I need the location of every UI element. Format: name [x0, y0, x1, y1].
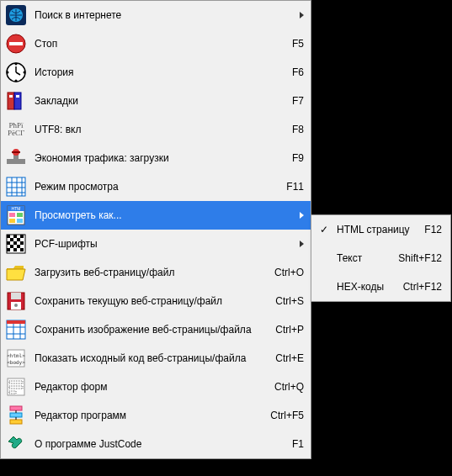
menu-item-shortcut: F1 — [292, 438, 304, 450]
menu-item-view-mode[interactable]: Режим просмотра F11 — [1, 172, 311, 201]
svg-rect-40 — [13, 241, 17, 245]
svg-point-8 — [7, 71, 9, 74]
submenu-item-label: HTML страницу — [337, 224, 414, 235]
svg-point-6 — [24, 71, 26, 74]
svg-rect-15 — [7, 159, 25, 164]
html-source-icon: <html> <body> — [4, 346, 28, 370]
valve-icon — [4, 146, 28, 170]
menu-item-history[interactable]: История F6 — [1, 58, 311, 87]
menu-item-view-source[interactable]: <html> <body> Показать исходный код веб-… — [1, 344, 311, 373]
menu-item-label: PCF-шрифты — [35, 238, 293, 250]
svg-rect-31 — [9, 219, 15, 223]
html-page-icon: HTM — [4, 204, 28, 227]
menu-item-save-page[interactable]: Сохранить текущую веб-страницу/файл Ctrl… — [1, 287, 311, 315]
checker-icon — [4, 232, 28, 256]
chevron-right-icon — [300, 12, 304, 19]
menu-item-traffic-saving[interactable]: Экономия трафика: загрузки F9 — [1, 144, 311, 172]
menu-item-shortcut: Ctrl+E — [275, 352, 304, 364]
menu-item-label: Сохранить текущую веб-страницу/файл — [35, 295, 265, 307]
menu-item-label: Загрузить веб-страницу/файл — [35, 267, 264, 278]
menu-item-shortcut: Ctrl+F5 — [270, 410, 304, 421]
menu-item-label: История — [35, 66, 282, 78]
svg-rect-19 — [7, 177, 25, 196]
svg-rect-38 — [17, 238, 20, 241]
svg-rect-43 — [17, 245, 20, 248]
menu-item-shortcut: Ctrl+P — [275, 324, 304, 336]
check-slot-empty — [316, 251, 332, 266]
svg-rect-64 — [10, 406, 22, 410]
menu-item-view-as[interactable]: HTM Просмотреть как... — [1, 201, 311, 230]
menu-item-shortcut: F6 — [292, 66, 304, 78]
menu-item-label: Редактор форм — [35, 381, 264, 393]
submenu-item-label: Текст — [337, 252, 388, 264]
menu-item-utf8[interactable]: PħPï PëCΓ UTF8: вкл F8 — [1, 115, 311, 144]
menu-item-shortcut: F11 — [286, 181, 304, 193]
svg-rect-65 — [10, 413, 22, 417]
menu-item-label: О программе JustCode — [35, 438, 282, 450]
svg-rect-56 — [7, 320, 25, 324]
chevron-right-icon — [300, 212, 304, 219]
menu-item-load-page[interactable]: Загрузить веб-страницу/файл Ctrl+O — [1, 258, 311, 287]
svg-rect-42 — [10, 245, 13, 248]
submenu-item-shortcut: Shift+F12 — [398, 252, 442, 264]
menu-item-shortcut: F9 — [292, 152, 304, 164]
svg-rect-14 — [16, 95, 19, 98]
folder-open-icon — [4, 261, 28, 284]
svg-text:<body>: <body> — [7, 359, 25, 366]
menu-item-label: Показать исходный код веб-страницы/файла — [35, 352, 265, 364]
puzzle-icon — [4, 432, 28, 456]
menu-item-shortcut: F7 — [292, 95, 304, 107]
svg-rect-32 — [17, 219, 23, 223]
menu-item-form-editor[interactable]: Редактор форм Ctrl+Q — [1, 373, 311, 401]
svg-rect-3 — [9, 42, 23, 45]
svg-rect-30 — [17, 213, 23, 217]
submenu-item-shortcut: Ctrl+F12 — [403, 281, 442, 293]
svg-text:HTM: HTM — [12, 206, 21, 211]
check-icon: ✓ — [316, 222, 332, 237]
svg-rect-35 — [13, 235, 17, 238]
menu-item-label: UTF8: вкл — [35, 124, 282, 135]
svg-point-5 — [15, 63, 18, 66]
svg-text:<html>: <html> — [7, 352, 25, 358]
no-entry-icon — [4, 32, 28, 56]
svg-rect-44 — [7, 248, 10, 251]
svg-rect-66 — [10, 420, 22, 424]
menu-item-pcf-fonts[interactable]: PCF-шрифты — [1, 230, 311, 258]
svg-rect-45 — [13, 248, 17, 251]
submenu-item-label: HEX-коды — [337, 281, 393, 293]
menu-item-label: Просмотреть как... — [35, 209, 293, 221]
svg-point-7 — [15, 80, 18, 82]
menu-item-label: Режим просмотра — [35, 181, 276, 193]
svg-rect-48 — [11, 293, 21, 299]
menu-item-stop[interactable]: Стоп F5 — [1, 29, 311, 58]
menu-item-label: Стоп — [35, 38, 282, 50]
svg-rect-36 — [20, 235, 24, 238]
menu-item-label: Поиск в интернете — [35, 9, 293, 21]
view-as-submenu: ✓ HTML страницу F12 Текст Shift+F12 HEX-… — [311, 214, 451, 302]
flowchart-icon — [4, 404, 28, 427]
menu-item-program-editor[interactable]: Редактор программ Ctrl+F5 — [1, 401, 311, 430]
menu-item-search-internet[interactable]: Поиск в интернете — [1, 1, 311, 29]
svg-rect-46 — [20, 248, 24, 251]
context-menu: Поиск в интернете Стоп F5 История F6 — [0, 0, 311, 459]
menu-item-bookmarks[interactable]: Закладки F7 — [1, 87, 311, 115]
menu-item-shortcut: Ctrl+S — [275, 295, 304, 307]
svg-rect-34 — [7, 235, 10, 238]
menu-item-label: Экономия трафика: загрузки — [35, 152, 282, 164]
submenu-item-hex[interactable]: HEX-коды Ctrl+F12 — [311, 272, 450, 301]
submenu-item-shortcut: F12 — [424, 224, 442, 235]
submenu-item-html[interactable]: ✓ HTML страницу F12 — [311, 215, 450, 244]
menu-item-label: Сохранить изображение веб-страницы/файла — [35, 324, 265, 336]
globe-search-icon — [4, 3, 28, 27]
form-icon — [4, 375, 28, 399]
image-grid-icon — [4, 318, 28, 341]
books-icon — [4, 89, 28, 113]
svg-rect-39 — [7, 241, 10, 245]
menu-item-about[interactable]: О программе JustCode F1 — [1, 430, 311, 458]
submenu-item-text[interactable]: Текст Shift+F12 — [311, 244, 450, 272]
menu-item-label: Закладки — [35, 95, 282, 107]
menu-item-save-image[interactable]: Сохранить изображение веб-страницы/файла… — [1, 315, 311, 344]
svg-point-50 — [14, 304, 18, 307]
svg-rect-41 — [20, 241, 24, 245]
utf8-icon: PħPï PëCΓ — [4, 118, 28, 141]
